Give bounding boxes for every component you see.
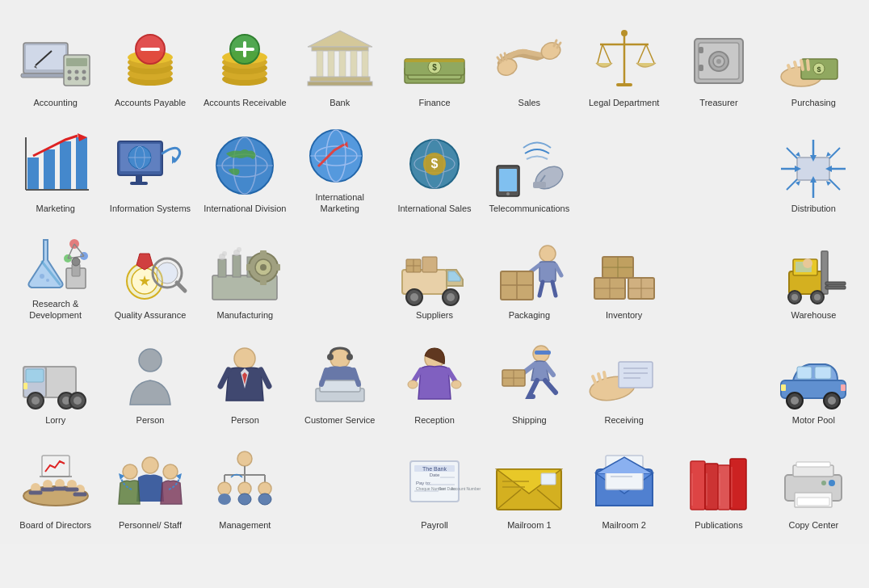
grid-item-bank[interactable]: Bank bbox=[292, 8, 387, 113]
grid-item-inventory[interactable]: Inventory bbox=[577, 220, 671, 326]
label-international-division: International Division bbox=[204, 203, 286, 214]
icon-quality-assurance: ★ bbox=[110, 237, 191, 306]
icon-research-development bbox=[15, 226, 96, 295]
svg-rect-77 bbox=[60, 141, 71, 190]
svg-point-9 bbox=[82, 70, 86, 74]
grid-item-shipping[interactable]: Shipping bbox=[482, 326, 577, 430]
icon-publications bbox=[678, 447, 759, 516]
svg-point-254 bbox=[142, 457, 158, 473]
svg-point-265 bbox=[218, 482, 231, 495]
svg-point-211 bbox=[234, 348, 255, 369]
icon-legal-department bbox=[584, 25, 665, 94]
grid-item-international-sales[interactable]: $ International Sales bbox=[387, 113, 481, 220]
svg-rect-172 bbox=[539, 262, 556, 282]
grid-item-information-systems[interactable]: Information Systems bbox=[103, 113, 197, 220]
svg-rect-146 bbox=[218, 259, 226, 277]
icon-receiving bbox=[584, 342, 665, 411]
svg-marker-30 bbox=[308, 31, 372, 47]
label-lorry: Lorry bbox=[45, 414, 65, 426]
label-sales: Sales bbox=[518, 97, 541, 108]
svg-rect-78 bbox=[76, 137, 87, 190]
grid-item-international-marketing[interactable]: International Marketing bbox=[292, 113, 387, 220]
svg-rect-238 bbox=[797, 367, 812, 379]
svg-point-104 bbox=[532, 162, 567, 193]
grid-item-legal-department[interactable]: Legal Department bbox=[577, 8, 671, 113]
svg-point-137 bbox=[72, 258, 80, 266]
label-information-systems: Information Systems bbox=[110, 203, 191, 214]
grid-item-purchasing[interactable]: $ Purchasing bbox=[766, 8, 861, 113]
grid-item-publications[interactable]: Publications bbox=[671, 430, 766, 536]
grid-item-person1[interactable]: Person bbox=[103, 326, 197, 430]
grid-item-treasurer[interactable]: Treasurer bbox=[671, 8, 766, 113]
svg-point-109 bbox=[506, 192, 510, 195]
grid-item-manufacturing[interactable]: Manufacturing bbox=[198, 220, 292, 326]
grid-item-finance[interactable]: $ Finance bbox=[387, 8, 481, 113]
label-accounts-payable: Accounts Payable bbox=[115, 97, 186, 108]
svg-text:$: $ bbox=[431, 157, 439, 170]
grid-item-accounting[interactable]: Accounting bbox=[8, 8, 103, 113]
grid-item-motor-pool[interactable]: Motor Pool bbox=[766, 326, 861, 430]
svg-rect-75 bbox=[27, 158, 39, 190]
grid-item-reception[interactable]: Reception bbox=[387, 326, 481, 430]
icon-sales bbox=[489, 25, 569, 94]
grid-item-person2[interactable]: Person bbox=[198, 326, 292, 430]
grid-item-blank4 bbox=[671, 220, 766, 326]
icon-finance: $ bbox=[394, 25, 475, 94]
grid-item-packaging[interactable]: Packaging bbox=[482, 220, 577, 326]
svg-rect-244 bbox=[781, 384, 786, 391]
grid-item-management[interactable]: Management bbox=[198, 430, 292, 536]
grid-item-accounts-payable[interactable]: Accounts Payable bbox=[103, 8, 197, 113]
grid-item-sales[interactable]: Sales bbox=[482, 8, 577, 113]
grid-item-telecommunications[interactable]: Telecommunications bbox=[482, 113, 577, 220]
svg-point-128 bbox=[46, 279, 49, 282]
svg-line-132 bbox=[74, 244, 84, 256]
svg-rect-20 bbox=[141, 48, 160, 51]
grid-item-research-development[interactable]: Research & Development bbox=[8, 220, 103, 326]
grid-item-warehouse[interactable]: Warehouse bbox=[766, 220, 861, 326]
svg-point-241 bbox=[791, 397, 799, 405]
svg-rect-294 bbox=[691, 461, 705, 510]
svg-rect-297 bbox=[730, 459, 746, 510]
grid-item-copy-center[interactable]: Copy Center bbox=[766, 430, 861, 536]
grid-item-marketing[interactable]: Marketing bbox=[8, 113, 103, 220]
grid-item-board-of-directors[interactable]: Board of Directors bbox=[8, 430, 103, 536]
icon-personnel-staff bbox=[110, 447, 191, 516]
grid-item-personnel-staff[interactable]: Personnel/ Staff bbox=[103, 430, 197, 536]
grid-item-mailroom2[interactable]: Mailroom 2 bbox=[577, 430, 671, 536]
icon-blank bbox=[300, 459, 380, 527]
svg-rect-76 bbox=[44, 149, 55, 190]
label-bank: Bank bbox=[330, 97, 350, 108]
svg-point-214 bbox=[330, 349, 350, 368]
grid-item-receiving[interactable]: Receiving bbox=[577, 326, 671, 430]
icon-information-systems bbox=[110, 131, 191, 200]
icon-warehouse bbox=[773, 237, 854, 306]
svg-rect-37 bbox=[310, 77, 370, 82]
label-inventory: Inventory bbox=[606, 309, 642, 321]
icon-management bbox=[204, 447, 285, 516]
grid-item-mailroom1[interactable]: Mailroom 1 bbox=[482, 430, 577, 536]
svg-text:$: $ bbox=[432, 63, 437, 72]
icon-blank bbox=[678, 143, 759, 212]
label-copy-center: Copy Center bbox=[788, 519, 838, 531]
grid-item-payroll[interactable]: The Bank Date Pay to: Cheque Number Sort… bbox=[387, 430, 481, 536]
grid-item-customer-service[interactable]: Customer Service bbox=[292, 326, 387, 430]
svg-rect-308 bbox=[796, 462, 830, 467]
icon-blank bbox=[678, 354, 759, 422]
grid-item-lorry[interactable]: Lorry bbox=[8, 326, 103, 430]
grid-item-suppliers[interactable]: Suppliers bbox=[387, 220, 481, 326]
grid-item-distribution[interactable]: Distribution bbox=[766, 113, 861, 220]
grid-item-quality-assurance[interactable]: ★ Quality Assurance bbox=[103, 220, 197, 326]
svg-text:$: $ bbox=[817, 65, 821, 74]
label-accounting: Accounting bbox=[33, 97, 77, 108]
grid-item-accounts-receivable[interactable]: Accounts Receivable bbox=[198, 8, 292, 113]
svg-point-171 bbox=[539, 246, 556, 262]
svg-rect-305 bbox=[797, 498, 829, 506]
label-telecommunications: Telecommunications bbox=[489, 203, 570, 214]
svg-rect-106 bbox=[533, 182, 546, 188]
grid-item-international-division[interactable]: International Division bbox=[198, 113, 292, 220]
svg-rect-230 bbox=[619, 362, 653, 388]
label-payroll: Payroll bbox=[421, 519, 448, 531]
icon-copy-center bbox=[773, 447, 854, 516]
grid-item-blank3 bbox=[292, 220, 387, 326]
svg-rect-44 bbox=[405, 59, 464, 62]
